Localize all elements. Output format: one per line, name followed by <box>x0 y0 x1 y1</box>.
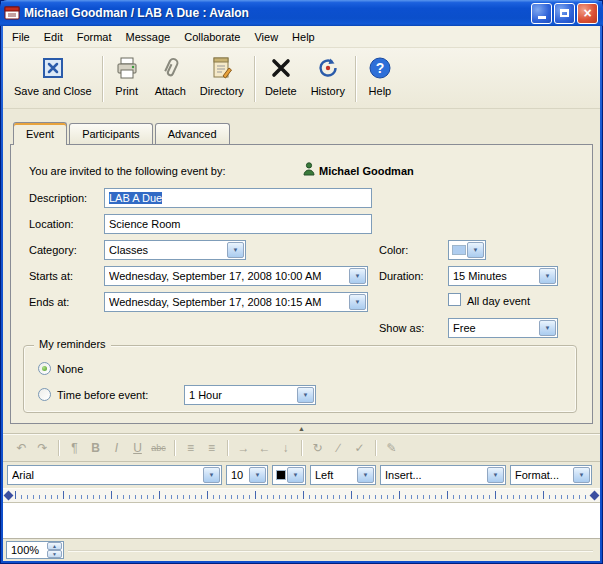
tab-marker-icon[interactable]: ↓ <box>275 438 296 458</box>
format-toolbar: ↶ ↷ ¶ B I U abc ≡ ≡ → ← ↓ ↻ ∕ ✓ ✎ <box>3 433 600 462</box>
history-button[interactable]: History <box>304 50 352 108</box>
ruler-major-ticks <box>15 491 588 499</box>
save-and-close-button[interactable]: Save and Close <box>7 50 99 108</box>
format-value: Format... <box>515 469 573 481</box>
help-button[interactable]: ? Help <box>359 50 401 108</box>
print-button[interactable]: Print <box>106 50 148 108</box>
zoom-control[interactable]: 100% ▲ ▼ <box>6 541 64 559</box>
edit-icon[interactable]: ✎ <box>381 438 402 458</box>
format-select[interactable]: Format... ▼ <box>510 465 592 485</box>
chevron-down-icon[interactable]: ▼ <box>297 387 314 403</box>
font-size-value: 10 <box>231 469 249 481</box>
paragraph-icon[interactable]: ¶ <box>64 438 85 458</box>
toolbar-separator <box>102 56 103 102</box>
chevron-down-icon[interactable]: ▼ <box>539 320 556 336</box>
chevron-down-icon[interactable]: ▼ <box>349 294 366 310</box>
reminder-time-select[interactable]: 1 Hour ▼ <box>184 385 316 405</box>
delete-icon <box>267 54 295 82</box>
description-selected-text: LAB A Due <box>109 192 162 204</box>
main-toolbar: Save and Close Print <box>3 48 600 109</box>
right-margin-marker[interactable] <box>590 491 600 501</box>
category-select[interactable]: Classes ▼ <box>104 240 246 260</box>
reminder-time-before-radio[interactable] <box>38 388 51 401</box>
align-left-icon[interactable]: ≡ <box>180 438 201 458</box>
tab-participants[interactable]: Participants <box>69 123 152 145</box>
indent-decrease-icon[interactable]: ← <box>254 438 275 458</box>
attach-icon <box>156 54 184 82</box>
chevron-down-icon[interactable]: ▼ <box>349 268 366 284</box>
chevron-down-icon[interactable]: ▼ <box>357 467 374 483</box>
message-body-area[interactable] <box>3 503 600 538</box>
chevron-down-icon[interactable]: ▼ <box>287 467 304 483</box>
chevron-down-icon[interactable]: ▼ <box>573 467 590 483</box>
delete-button[interactable]: Delete <box>258 50 304 108</box>
align-select[interactable]: Left ▼ <box>310 465 376 485</box>
left-margin-marker[interactable] <box>4 491 14 501</box>
font-family-select[interactable]: Arial ▼ <box>7 465 222 485</box>
location-input[interactable]: Science Room <box>104 214 372 234</box>
tab-advanced[interactable]: Advanced <box>155 123 230 145</box>
underline-icon[interactable]: U <box>127 438 148 458</box>
toolbar-separator <box>301 440 302 456</box>
starts-at-select[interactable]: Wednesday, September 17, 2008 10:00 AM ▼ <box>104 266 368 286</box>
tab-event[interactable]: Event <box>13 122 67 145</box>
close-button[interactable]: × <box>577 3 598 24</box>
starts-at-label: Starts at: <box>29 270 73 282</box>
svg-text:?: ? <box>376 60 385 76</box>
all-day-checkbox[interactable] <box>448 293 461 306</box>
panel-splitter[interactable]: ▲ <box>3 424 600 433</box>
pen-icon[interactable]: ∕ <box>328 438 349 458</box>
italic-icon[interactable]: I <box>106 438 127 458</box>
description-input[interactable]: LAB A Due <box>104 188 372 208</box>
undo-icon[interactable]: ↶ <box>11 438 32 458</box>
font-color-swatch <box>276 470 286 480</box>
font-color-select[interactable]: ▼ <box>272 465 306 485</box>
chevron-down-icon[interactable]: ▼ <box>203 467 220 483</box>
menu-view[interactable]: View <box>247 28 285 46</box>
menu-file[interactable]: File <box>5 28 37 46</box>
toolbar-separator <box>375 440 376 456</box>
align-value: Left <box>315 469 357 481</box>
insert-select[interactable]: Insert... ▼ <box>380 465 506 485</box>
spin-up-icon: ▲ <box>52 543 57 549</box>
status-bar: 100% ▲ ▼ <box>3 538 600 561</box>
directory-button[interactable]: Directory <box>193 50 251 108</box>
align-right-icon[interactable]: ≡ <box>201 438 222 458</box>
font-bar: Arial ▼ 10 ▼ ▼ Left ▼ Insert... ▼ Format… <box>3 462 600 488</box>
my-reminders-legend: My reminders <box>34 338 111 350</box>
menu-bar: File Edit Format Message Collaborate Vie… <box>3 26 600 48</box>
show-as-select[interactable]: Free ▼ <box>448 318 558 338</box>
chevron-down-icon[interactable]: ▼ <box>487 467 504 483</box>
minimize-button[interactable] <box>531 3 552 24</box>
ends-at-select[interactable]: Wednesday, September 17, 2008 10:15 AM ▼ <box>104 292 368 312</box>
spellcheck-icon[interactable]: ✓ <box>349 438 370 458</box>
color-swatch <box>452 245 466 255</box>
chevron-down-icon[interactable]: ▼ <box>539 268 556 284</box>
revert-format-icon[interactable]: ↻ <box>307 438 328 458</box>
menu-message[interactable]: Message <box>119 28 178 46</box>
font-size-select[interactable]: 10 ▼ <box>226 465 268 485</box>
redo-icon[interactable]: ↷ <box>32 438 53 458</box>
maximize-button[interactable] <box>554 3 575 24</box>
indent-increase-icon[interactable]: → <box>233 438 254 458</box>
starts-at-value: Wednesday, September 17, 2008 10:00 AM <box>109 270 349 282</box>
toolbar-separator <box>254 56 255 102</box>
menu-collaborate[interactable]: Collaborate <box>177 28 247 46</box>
menu-help[interactable]: Help <box>285 28 322 46</box>
zoom-down-button[interactable]: ▼ <box>47 550 62 558</box>
person-icon <box>303 162 315 178</box>
color-select[interactable]: ▼ <box>448 240 486 260</box>
menu-edit[interactable]: Edit <box>37 28 70 46</box>
zoom-up-button[interactable]: ▲ <box>47 542 62 550</box>
strikethrough-icon[interactable]: abc <box>148 438 169 458</box>
invited-by-text: You are invited to the following event b… <box>29 165 226 177</box>
attach-button[interactable]: Attach <box>148 50 193 108</box>
chevron-down-icon[interactable]: ▼ <box>467 242 484 258</box>
reminder-none-radio[interactable] <box>38 362 51 375</box>
chevron-down-icon[interactable]: ▼ <box>227 242 244 258</box>
duration-value: 15 Minutes <box>453 270 539 282</box>
menu-format[interactable]: Format <box>70 28 119 46</box>
duration-select[interactable]: 15 Minutes ▼ <box>448 266 558 286</box>
bold-icon[interactable]: B <box>85 438 106 458</box>
chevron-down-icon[interactable]: ▼ <box>249 467 266 483</box>
